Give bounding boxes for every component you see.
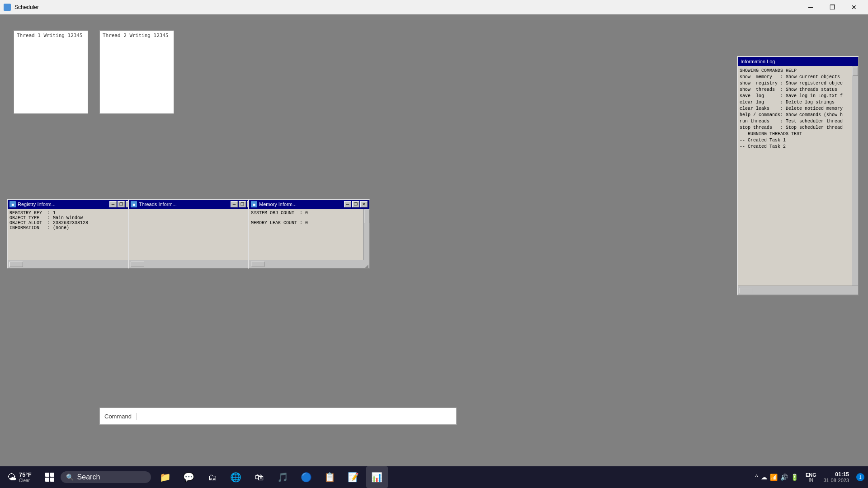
thread2-panel: Thread 2 Writing 12345 bbox=[99, 30, 174, 114]
info-log-status-thumb bbox=[740, 288, 753, 293]
search-bar[interactable]: 🔍 Search bbox=[61, 471, 151, 483]
registry-minimize-btn[interactable]: ─ bbox=[109, 201, 117, 207]
taskbar: 🌤 75°F Clear 🔍 Search 📁 💬 🗂 🌐 🛍 🎵 🔵 📋 📝 … bbox=[0, 466, 868, 488]
app-title: Scheduler bbox=[14, 4, 800, 10]
threads-status-thumb bbox=[131, 262, 144, 267]
info-log-statusbar bbox=[738, 286, 858, 295]
memory-resize-handle[interactable]: ◢ bbox=[365, 263, 368, 267]
browser2-icon[interactable]: 🔵 bbox=[296, 466, 317, 488]
memory-content: SYSTEM OBJ COUNT : 0 MEMORY LEAK COUNT :… bbox=[249, 209, 369, 260]
notification-badge[interactable]: 1 bbox=[856, 473, 864, 481]
search-label: Search bbox=[77, 473, 100, 481]
registry-content: REGISTRY KEY : 1 OBJECT TYPE : Main Wind… bbox=[8, 209, 135, 260]
command-label: Command bbox=[100, 413, 137, 420]
clock-time: 01:15 bbox=[824, 471, 849, 478]
threads-minimize-btn[interactable]: ─ bbox=[231, 201, 238, 207]
taskbar-right: ^ ☁ 📶 🔊 🔋 ENG IN 01:15 31-08-2023 1 bbox=[751, 469, 864, 485]
minimize-button[interactable]: ─ bbox=[800, 0, 821, 14]
weather-widget: 🌤 75°F Clear bbox=[4, 469, 35, 485]
threads-icon: ■ bbox=[131, 201, 137, 207]
battery-icon[interactable]: 🔋 bbox=[791, 474, 798, 481]
weather-text: 75°F Clear bbox=[19, 471, 32, 483]
memory-scrollbar-thumb bbox=[364, 210, 369, 223]
registry-window: ■ Registry Inform... ─ ❐ ✕ REGISTRY KEY … bbox=[7, 199, 136, 269]
thread1-header: Thread 1 Writing 12345 bbox=[14, 31, 88, 40]
store-icon[interactable]: 🛍 bbox=[249, 466, 270, 488]
volume-icon[interactable]: 🔊 bbox=[780, 474, 788, 481]
threads-window: ■ Threads Inform... ─ ❐ ✕ ◢ bbox=[128, 199, 257, 269]
info-log-titlebar: Information Log bbox=[738, 57, 858, 66]
scheduler-taskbar-icon[interactable]: 📊 bbox=[366, 466, 388, 488]
language-code: ENG bbox=[806, 472, 816, 478]
command-input[interactable] bbox=[137, 413, 456, 420]
info-log-scrollbar[interactable] bbox=[852, 66, 858, 286]
registry-text: REGISTRY KEY : 1 OBJECT TYPE : Main Wind… bbox=[9, 211, 133, 230]
registry-maximize-btn[interactable]: ❐ bbox=[118, 201, 125, 207]
title-bar: Scheduler ─ ❐ ✕ bbox=[0, 0, 868, 14]
command-bar: Command bbox=[99, 408, 457, 425]
chat-icon[interactable]: 💬 bbox=[178, 466, 200, 488]
thread1-panel: Thread 1 Writing 12345 bbox=[14, 30, 88, 114]
thread2-header: Thread 2 Writing 12345 bbox=[100, 31, 174, 40]
memory-window: ■ Memory Inform... ─ ❐ ✕ SYSTEM OBJ COUN… bbox=[248, 199, 370, 269]
threads-titlebar: ■ Threads Inform... ─ ❐ ✕ bbox=[129, 200, 256, 209]
weather-temp: 75°F bbox=[19, 471, 32, 478]
registry-statusbar bbox=[8, 260, 135, 268]
info-log-scrollbar-thumb bbox=[853, 67, 858, 76]
info-log-text: SHOWING COMMANDS HELP show memory : Show… bbox=[740, 68, 856, 150]
memory-title: Memory Inform... bbox=[259, 202, 344, 207]
registry-title: Registry Inform... bbox=[18, 202, 109, 207]
registry-icon: ■ bbox=[9, 201, 16, 207]
language-indicator[interactable]: ENG IN bbox=[806, 472, 816, 483]
workspace: Thread 1 Writing 12345 Thread 2 Writing … bbox=[0, 14, 868, 470]
datetime-display[interactable]: 01:15 31-08-2023 bbox=[820, 469, 853, 485]
weather-condition: Clear bbox=[19, 478, 32, 483]
memory-controls: ─ ❐ ✕ bbox=[344, 201, 368, 207]
threads-maximize-btn[interactable]: ❐ bbox=[239, 201, 246, 207]
maximize-button[interactable]: ❐ bbox=[822, 0, 843, 14]
media-icon[interactable]: 🎵 bbox=[272, 466, 294, 488]
info-log-window: Information Log SHOWING COMMANDS HELP sh… bbox=[737, 56, 859, 296]
windows-logo bbox=[45, 473, 54, 482]
word-icon[interactable]: 📝 bbox=[343, 466, 364, 488]
logo-q1 bbox=[45, 473, 49, 477]
clock-date: 31-08-2023 bbox=[824, 478, 849, 483]
weather-icon: 🌤 bbox=[7, 472, 16, 483]
file-explorer-icon[interactable]: 📁 bbox=[155, 466, 176, 488]
memory-titlebar: ■ Memory Inform... ─ ❐ ✕ bbox=[249, 200, 369, 209]
tray-chevron[interactable]: ^ bbox=[755, 474, 758, 481]
logo-q4 bbox=[50, 478, 54, 482]
memory-text: SYSTEM OBJ COUNT : 0 MEMORY LEAK COUNT :… bbox=[251, 211, 368, 225]
search-icon: 🔍 bbox=[66, 474, 74, 481]
memory-maximize-btn[interactable]: ❐ bbox=[352, 201, 359, 207]
memory-statusbar bbox=[249, 260, 369, 268]
threads-statusbar bbox=[129, 260, 256, 268]
memory-icon: ■ bbox=[251, 201, 257, 207]
language-region: IN bbox=[806, 478, 816, 483]
memory-status-thumb bbox=[251, 262, 264, 267]
system-tray: ^ ☁ 📶 🔊 🔋 bbox=[751, 472, 802, 483]
registry-status-thumb bbox=[9, 262, 23, 267]
info-log-content: SHOWING COMMANDS HELP show memory : Show… bbox=[738, 66, 858, 286]
logo-q3 bbox=[45, 478, 49, 482]
folder-icon[interactable]: 🗂 bbox=[202, 466, 223, 488]
logo-q2 bbox=[50, 473, 54, 477]
edge-browser-icon[interactable]: 🌐 bbox=[225, 466, 247, 488]
memory-scrollbar[interactable] bbox=[363, 209, 369, 260]
registry-titlebar: ■ Registry Inform... ─ ❐ ✕ bbox=[8, 200, 135, 209]
window-controls: ─ ❐ ✕ bbox=[800, 0, 864, 14]
app-icon bbox=[4, 4, 11, 11]
start-button[interactable] bbox=[39, 466, 61, 488]
threads-content bbox=[129, 209, 256, 260]
threads-title: Threads Inform... bbox=[139, 202, 231, 207]
taskbar-icons: 📁 💬 🗂 🌐 🛍 🎵 🔵 📋 📝 📊 bbox=[155, 466, 388, 488]
office-icon[interactable]: 📋 bbox=[319, 466, 341, 488]
memory-close-btn[interactable]: ✕ bbox=[360, 201, 368, 207]
memory-minimize-btn[interactable]: ─ bbox=[344, 201, 351, 207]
cloud-icon[interactable]: ☁ bbox=[761, 474, 767, 481]
info-log-title: Information Log bbox=[741, 59, 775, 64]
wifi-icon[interactable]: 📶 bbox=[770, 474, 778, 481]
close-button[interactable]: ✕ bbox=[844, 0, 864, 14]
